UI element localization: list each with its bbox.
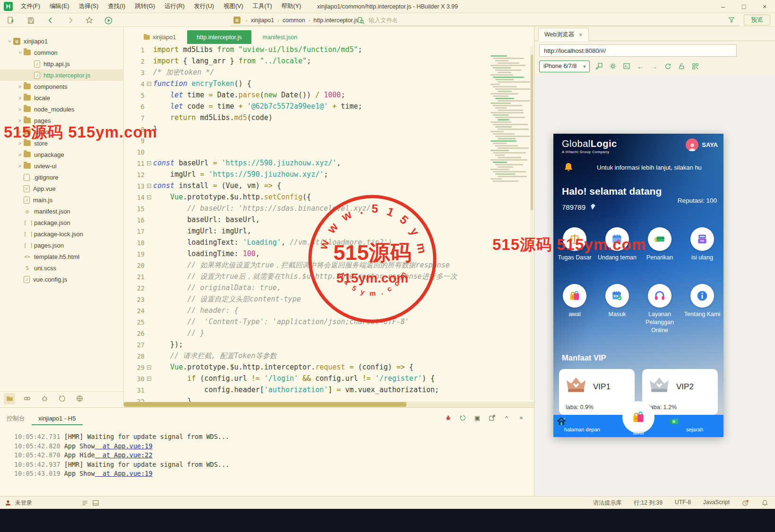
tree-item-unpackage[interactable]: >unpackage xyxy=(0,149,124,160)
editor-tab-xinjiapo1[interactable]: xinjiapo1 xyxy=(134,30,185,44)
forward-icon[interactable] xyxy=(65,15,76,26)
breadcrumb-item[interactable]: http.interceptor.js xyxy=(313,17,358,24)
breadcrumb[interactable]: u ›xinjiapo1›common›http.interceptor.js xyxy=(231,15,740,26)
code-line[interactable]: 2import { lang_arr } from "../locale"; xyxy=(124,55,534,67)
phone-preview[interactable]: GlobalLogic˙ A Hitachi Group Company SAY… xyxy=(553,134,723,437)
user-profile[interactable]: SAYA xyxy=(686,138,718,151)
nav-item-awal[interactable] xyxy=(622,401,654,433)
log-source-link[interactable]: at App.vue:22 xyxy=(95,451,153,459)
files-panel-icon[interactable] xyxy=(4,393,15,404)
grid-item-awal[interactable]: awal xyxy=(553,284,596,335)
tree-chevron-icon[interactable]: > xyxy=(16,152,24,157)
code-line[interactable]: 32 } xyxy=(124,395,534,402)
cursor-position[interactable]: 行:12 列:39 xyxy=(634,499,663,507)
code-line[interactable]: 8} xyxy=(124,123,534,135)
fold-column[interactable]: − xyxy=(145,78,153,89)
fold-column[interactable]: − xyxy=(145,191,153,203)
tree-item-pages-json[interactable]: [ ]pages.json xyxy=(0,240,124,251)
grid-item-tentang-kami[interactable]: Tentang Kami xyxy=(681,284,723,335)
grid-item-isi-ulang[interactable]: isi ulang xyxy=(681,227,723,262)
tree-item-template-h5-html[interactable]: <>template.h5.html xyxy=(0,251,124,262)
preview-button[interactable]: 预览 xyxy=(744,15,770,26)
fold-icon[interactable]: − xyxy=(147,365,151,369)
tree-item-node-modules[interactable]: >node_modules xyxy=(0,103,124,115)
code-line[interactable]: 5 let time = Date.parse(new Date()) / 10… xyxy=(124,89,534,101)
minimap[interactable] xyxy=(491,55,530,211)
tree-item--gitignore[interactable]: .gitignore xyxy=(0,172,124,183)
fold-icon[interactable]: − xyxy=(147,377,151,381)
code-line[interactable]: 28 // 请求拦截, 配置Token等参数 xyxy=(124,350,534,361)
code-line[interactable]: 4−function encryToken() { xyxy=(124,78,534,89)
search-panel-icon[interactable] xyxy=(21,393,33,404)
code-line[interactable]: 3/* 加密token */ xyxy=(124,67,534,78)
nav-item-sejarah[interactable]: sejarah xyxy=(669,416,721,432)
device-select[interactable]: iPhone 6/7/8 ▾ xyxy=(539,60,590,72)
browser-tab[interactable]: Web浏览器 × xyxy=(538,28,589,41)
fold-column[interactable]: − xyxy=(145,157,153,169)
menu-item[interactable]: 帮助(Y) xyxy=(277,1,306,12)
language-mode[interactable]: JavaScript xyxy=(703,499,730,507)
debug-icon[interactable] xyxy=(444,413,452,422)
code-line[interactable]: 7 return md5Libs.md5(code) xyxy=(124,112,534,123)
menu-item[interactable]: 工具(T) xyxy=(249,1,276,12)
filter-funnel-icon[interactable] xyxy=(728,16,735,24)
tree-item-main-js[interactable]: Jmain.js xyxy=(0,194,124,206)
vertical-scrollbar[interactable] xyxy=(530,46,534,400)
minimize-button[interactable]: – xyxy=(713,0,733,13)
settings-gear-icon[interactable] xyxy=(609,62,617,70)
menu-item[interactable]: 编辑(E) xyxy=(45,1,74,12)
login-status[interactable]: 未登录 xyxy=(15,499,32,507)
qr-code-icon[interactable] xyxy=(691,62,699,70)
menu-item[interactable]: 发行(U) xyxy=(190,1,218,12)
nav-item-halaman-depan[interactable]: halaman depan xyxy=(556,416,608,432)
tree-chevron-icon[interactable]: > xyxy=(16,107,24,112)
menu-item[interactable]: 选择(S) xyxy=(75,1,103,12)
syntax-lib-status[interactable]: 语法提示库 xyxy=(593,499,621,507)
restart-icon[interactable] xyxy=(458,413,467,422)
file-search[interactable]: 输入文件名 xyxy=(357,15,398,26)
vip-card-vip2[interactable]: VIP2laba: 1.2% xyxy=(642,369,718,415)
maximize-button[interactable]: □ xyxy=(733,0,754,13)
menu-item[interactable]: 视图(V) xyxy=(219,1,248,12)
code-line[interactable]: 27 }); xyxy=(124,339,534,350)
devtools-console-icon[interactable] xyxy=(622,62,631,70)
code-line[interactable]: 30− if (config.url != '/login' && config… xyxy=(124,373,534,384)
tree-item-components[interactable]: >components xyxy=(0,81,124,92)
tree-item-uni-scss[interactable]: Suni.scss xyxy=(0,262,124,274)
history-panel-icon[interactable] xyxy=(56,393,68,404)
grid-item-masuk[interactable]: Masuk xyxy=(596,284,638,335)
tree-chevron-icon[interactable]: > xyxy=(7,37,12,45)
fold-icon[interactable]: − xyxy=(147,82,151,86)
open-external-icon[interactable] xyxy=(595,62,603,70)
code-line[interactable]: 9 xyxy=(124,135,534,146)
code-line[interactable]: 12 imgUrl = 'https://590.jiuzhouw.xyz/'; xyxy=(124,169,534,180)
web-panel-icon[interactable] xyxy=(74,393,85,404)
back-icon[interactable] xyxy=(45,15,56,26)
close-button[interactable]: × xyxy=(754,0,775,13)
refresh-icon[interactable] xyxy=(663,62,672,70)
close-tab-icon[interactable]: × xyxy=(579,31,583,38)
stop-icon[interactable]: ▣ xyxy=(473,413,482,422)
code-line[interactable]: 1import md5Libs from "uview-ui/libs/func… xyxy=(124,44,534,55)
save-icon[interactable] xyxy=(26,15,36,26)
menu-item[interactable]: 查找(I) xyxy=(103,1,129,12)
debug-panel-icon[interactable] xyxy=(39,393,50,404)
fold-icon[interactable]: − xyxy=(147,161,151,165)
code-line[interactable]: 31 config.header['authorization'] = vm.v… xyxy=(124,384,534,395)
menu-item[interactable]: 文件(F) xyxy=(17,1,44,12)
tree-item-package-json[interactable]: [ ]package.json xyxy=(0,217,124,228)
tree-item-app-vue[interactable]: VApp.vue xyxy=(0,183,124,194)
tree-item-package-lock-json[interactable]: [ ]package-lock.json xyxy=(0,228,124,240)
tree-item-common[interactable]: >common xyxy=(0,47,124,58)
editor-tab-http-interceptor-js[interactable]: http.interceptor.js xyxy=(187,30,251,44)
tree-item-http-interceptor-js[interactable]: Jhttp.interceptor.js xyxy=(0,69,124,81)
new-file-icon[interactable] xyxy=(6,15,16,26)
nav-forward-icon[interactable]: → xyxy=(650,62,658,70)
console-tab-inactive[interactable]: 控制台 xyxy=(0,412,32,425)
bookmark-star-icon[interactable] xyxy=(84,15,95,26)
fold-column[interactable]: − xyxy=(145,180,153,191)
code-line[interactable]: 29− Vue.prototype.$u.http.interceptor.re… xyxy=(124,361,534,373)
close-console-icon[interactable]: × xyxy=(517,413,525,422)
lock-icon[interactable] xyxy=(677,62,686,70)
encoding[interactable]: UTF-8 xyxy=(675,499,691,507)
